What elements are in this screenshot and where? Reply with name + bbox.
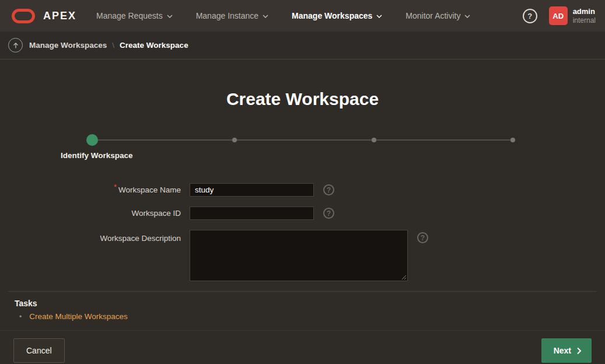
workspace-name-input[interactable]: [190, 183, 314, 197]
workspace-id-row: Workspace ID ?: [0, 206, 605, 220]
main-menu: Manage Requests Manage Instance Manage W…: [96, 11, 494, 20]
create-workspace-form: *Workspace Name ? Workspace ID ? Workspa…: [0, 183, 605, 281]
menu-monitor-activity[interactable]: Monitor Activity: [405, 11, 470, 20]
label-text: Workspace Name: [118, 186, 181, 194]
workspace-id-label: Workspace ID: [0, 206, 181, 220]
help-icon[interactable]: ?: [523, 9, 537, 23]
chevron-down-icon: [167, 15, 173, 18]
tasks-region: Tasks • Create Multiple Workspaces: [0, 292, 605, 321]
create-multiple-workspaces-link[interactable]: Create Multiple Workspaces: [29, 312, 128, 321]
workspace-name-row: *Workspace Name ?: [0, 183, 605, 197]
breadcrumb-separator: \: [112, 41, 114, 50]
step-dot-3: [372, 138, 376, 142]
user-meta: admin internal: [573, 7, 596, 24]
breadcrumb-parent[interactable]: Manage Workspaces: [29, 41, 107, 50]
required-marker: *: [114, 183, 117, 191]
workspace-description-row: Workspace Description ?: [0, 230, 605, 281]
apex-brand: APEX: [43, 10, 76, 22]
current-step-label: Identify Workspace: [61, 151, 605, 160]
breadcrumb-current: Create Workspace: [120, 41, 188, 50]
bullet-icon: •: [19, 313, 22, 321]
menu-manage-instance[interactable]: Manage Instance: [196, 11, 268, 20]
chevron-right-icon: [577, 347, 582, 355]
step-dot-4: [510, 138, 515, 142]
oracle-logo-icon: [12, 9, 35, 23]
user-org: internal: [573, 16, 596, 24]
step-dot-2: [232, 138, 237, 142]
next-button-label: Next: [554, 346, 571, 355]
page-title: Create Workspace: [0, 89, 605, 110]
main-content: Create Workspace Identify Workspace *Wor…: [0, 89, 605, 364]
chevron-down-icon: [464, 15, 470, 18]
avatar[interactable]: AD: [549, 6, 568, 25]
tasks-heading: Tasks: [15, 299, 605, 308]
chevron-down-icon: [376, 15, 382, 18]
workspace-description-label: Workspace Description: [0, 230, 181, 243]
workspace-id-input[interactable]: [190, 206, 314, 220]
input-col: ?: [190, 183, 334, 197]
menu-manage-workspaces[interactable]: Manage Workspaces: [292, 11, 382, 20]
top-navbar: APEX Manage Requests Manage Instance Man…: [0, 0, 605, 32]
cancel-button[interactable]: Cancel: [13, 338, 65, 363]
label-text: Workspace ID: [131, 209, 181, 218]
task-item: • Create Multiple Workspaces: [15, 312, 605, 321]
wizard-footer: Cancel Next: [0, 330, 605, 363]
step-connector: [237, 139, 371, 141]
workspace-name-label: *Workspace Name: [0, 183, 181, 197]
chevron-down-icon: [263, 15, 268, 18]
next-button[interactable]: Next: [541, 338, 592, 363]
step-connector: [98, 139, 232, 141]
menu-label: Monitor Activity: [405, 11, 460, 20]
menu-label: Manage Workspaces: [292, 11, 372, 20]
workspace-id-help-icon[interactable]: ?: [323, 208, 334, 219]
breadcrumb: Manage Workspaces \ Create Workspace: [0, 32, 605, 60]
workspace-description-textarea[interactable]: [190, 230, 408, 281]
menu-label: Manage Requests: [96, 11, 163, 20]
up-arrow-icon[interactable]: [8, 38, 23, 52]
input-col: ?: [190, 230, 428, 281]
menu-label: Manage Instance: [196, 11, 258, 20]
workspace-description-help-icon[interactable]: ?: [417, 232, 428, 243]
menu-manage-requests[interactable]: Manage Requests: [96, 11, 173, 20]
step-connector: [376, 139, 510, 141]
workspace-name-help-icon[interactable]: ?: [323, 184, 334, 195]
textarea-wrap: [190, 230, 408, 281]
wizard-stepper: [86, 134, 515, 146]
input-col: ?: [190, 206, 334, 220]
step-dot-1-current: [86, 134, 98, 146]
label-text: Workspace Description: [100, 234, 181, 243]
user-name: admin: [573, 7, 596, 16]
